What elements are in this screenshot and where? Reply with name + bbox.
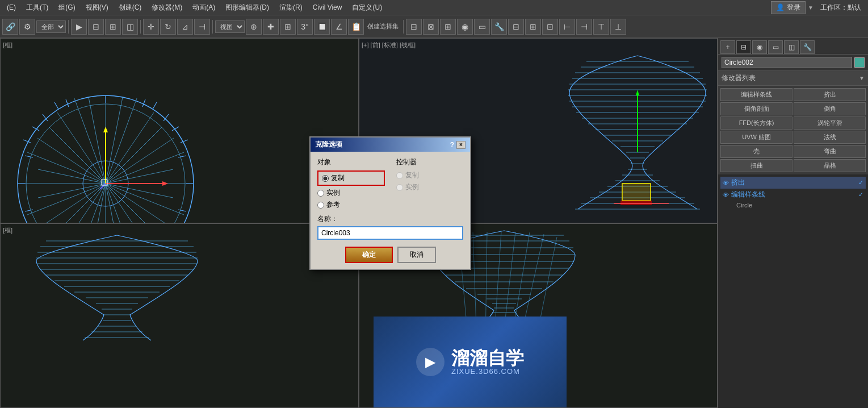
btn-shell[interactable]: 壳 [720, 145, 792, 158]
tb12[interactable]: ⊤ [593, 19, 609, 35]
pivot-btn[interactable]: ⊕ [246, 19, 262, 35]
menu-tools[interactable]: 工具(T) [22, 1, 53, 14]
select-btn[interactable]: ▶ [71, 19, 87, 35]
tb7[interactable]: ⊟ [508, 19, 524, 35]
snap-btn[interactable]: 🔲 [314, 19, 330, 35]
visibility-icon-extrude[interactable]: 👁 [723, 180, 729, 186]
modifier-list-arrow: ▼ [859, 75, 865, 81]
tb5[interactable]: ▭ [474, 19, 490, 35]
menu-animation[interactable]: 动画(A) [188, 1, 220, 14]
btn-edit-spline[interactable]: 编辑样条线 [720, 88, 792, 101]
menu-graph-editor[interactable]: 图形编辑器(D) [221, 1, 274, 14]
object-name-input[interactable] [722, 57, 852, 68]
login-label: 登录 [787, 3, 800, 13]
rp-tab-hierarchy[interactable]: ◉ [752, 40, 767, 54]
menu-view[interactable]: 视图(V) [81, 1, 113, 14]
watermark-subtitle: ZIXUE.3D66.COM [451, 367, 524, 376]
menu-custom[interactable]: 自定义(U) [347, 1, 387, 14]
menu-create[interactable]: 创建(C) [114, 1, 146, 14]
modifier-list-header[interactable]: 修改器列表 ▼ [718, 71, 868, 86]
btn-bevel[interactable]: 倒角 [794, 102, 866, 115]
btn-bevel-profile[interactable]: 倒角剖面 [720, 102, 792, 115]
btn-extrude[interactable]: 挤出 [794, 88, 866, 101]
tb11[interactable]: ⊣ [576, 19, 592, 35]
visibility-icon-spline[interactable]: 👁 [723, 191, 729, 198]
fence-select-btn[interactable]: ⊞ [105, 19, 121, 35]
copy-radio-label: 复制 [322, 173, 380, 183]
rp-tab-modify[interactable]: ⊟ [736, 40, 751, 54]
dialog-cancel-button[interactable]: 取消 [397, 247, 436, 263]
rp-tab-display[interactable]: ◫ [784, 40, 799, 54]
menu-group[interactable]: 组(G) [54, 1, 79, 14]
copy-radio-box[interactable]: 复制 [317, 170, 385, 186]
vp-bl-content [1, 224, 358, 408]
svg-line-40 [153, 102, 157, 109]
move-btn[interactable]: ✛ [143, 19, 159, 35]
dropdown-arrow-icon[interactable]: ▼ [808, 5, 814, 11]
dialog-close-btn[interactable]: × [456, 141, 466, 149]
btn-lattice[interactable]: 晶格 [794, 159, 866, 172]
watermark-text: 溜溜自学 ZIXUE.3D66.COM [451, 349, 524, 376]
btn-uvw[interactable]: UVW 贴图 [720, 131, 792, 144]
clone-options-dialog[interactable]: 克隆选项 ? × 对象 复制 [309, 136, 471, 270]
copy-radio[interactable] [322, 175, 329, 182]
link-tool-btn[interactable]: 🔗 [2, 19, 18, 35]
tb1[interactable]: ⊟ [406, 19, 422, 35]
right-panel-name-row [718, 55, 868, 71]
scale-btn[interactable]: ⊿ [177, 19, 193, 35]
rp-tab-motion[interactable]: ▭ [768, 40, 783, 54]
menu-render[interactable]: 渲染(R) [275, 1, 307, 14]
btn-normal[interactable]: 法线 [794, 131, 866, 144]
tb2[interactable]: ⊠ [423, 19, 439, 35]
btn-twist[interactable]: 扭曲 [720, 159, 792, 172]
svg-line-46 [178, 210, 186, 211]
check-icon-extrude: ✓ [858, 179, 863, 186]
rp-tab-create[interactable]: + [720, 40, 735, 54]
login-button[interactable]: 👤 登录 [771, 1, 806, 14]
rp-tab-utilities[interactable]: 🔧 [800, 40, 815, 54]
percent-btn[interactable]: 3° [297, 19, 313, 35]
instance-radio[interactable] [317, 190, 324, 197]
viewport-bottom-left[interactable]: [框] [0, 223, 359, 409]
dialog-question-mark[interactable]: ? [450, 141, 454, 149]
tb4[interactable]: ◉ [457, 19, 473, 35]
stack-item-extrude[interactable]: 👁 挤出 ✓ [720, 177, 866, 189]
viewport-top-left[interactable]: [框] [0, 38, 359, 223]
dialog-ok-button[interactable]: 确定 [345, 247, 393, 263]
tb9[interactable]: ⊡ [542, 19, 558, 35]
tb8[interactable]: ⊞ [525, 19, 541, 35]
toolbar: 🔗 ⚙ 全部 ▶ ⊟ ⊞ ◫ ✛ ↻ ⊿ ⊣ 视图 ⊕ ✚ ⊞ 3° 🔲 ∠ 📋… [0, 15, 868, 38]
vp-tl-content [1, 39, 358, 223]
menu-civil-view[interactable]: Civil View [308, 2, 347, 13]
named-sel-btn[interactable]: 📋 [348, 19, 364, 35]
btn-ffd[interactable]: FFD(长方体) [720, 116, 792, 130]
btn-bend[interactable]: 弯曲 [794, 145, 866, 158]
dialog-title-icons: ? × [450, 141, 466, 149]
ctrl-instance-label: 实例 [396, 182, 464, 192]
select-filter[interactable]: 全部 [36, 20, 66, 33]
stack-item-edit-spline[interactable]: 👁 编辑样条线 ✓ [720, 189, 866, 201]
mirror-btn[interactable]: ⊣ [194, 19, 210, 35]
align-btn[interactable]: ✚ [263, 19, 279, 35]
name-field-input[interactable] [317, 226, 463, 240]
btn-turbo[interactable]: 涡轮平滑 [794, 116, 866, 130]
color-swatch[interactable] [854, 57, 865, 68]
rotate-btn[interactable]: ↻ [160, 19, 176, 35]
tb10[interactable]: ⊢ [559, 19, 575, 35]
reference-radio[interactable] [317, 202, 324, 209]
menu-modifier[interactable]: 修改器(M) [147, 1, 187, 14]
tb13[interactable]: ⊥ [610, 19, 626, 35]
lasso-select-btn[interactable]: ◫ [122, 19, 138, 35]
dialog-object-section: 对象 复制 实例 [317, 157, 385, 210]
select-region-btn[interactable]: ⊟ [88, 19, 104, 35]
copy-label: 复制 [331, 173, 345, 183]
tb3[interactable]: ⊞ [440, 19, 456, 35]
xform-btn[interactable]: ⊞ [280, 19, 296, 35]
bl-svg [1, 224, 239, 343]
menu-e[interactable]: (E) [2, 2, 20, 13]
tb6[interactable]: 🔧 [491, 19, 507, 35]
angle-btn[interactable]: ∠ [331, 19, 347, 35]
view-select[interactable]: 视图 [215, 20, 245, 33]
svg-rect-84 [620, 201, 652, 205]
bind-tool-btn[interactable]: ⚙ [19, 19, 35, 35]
